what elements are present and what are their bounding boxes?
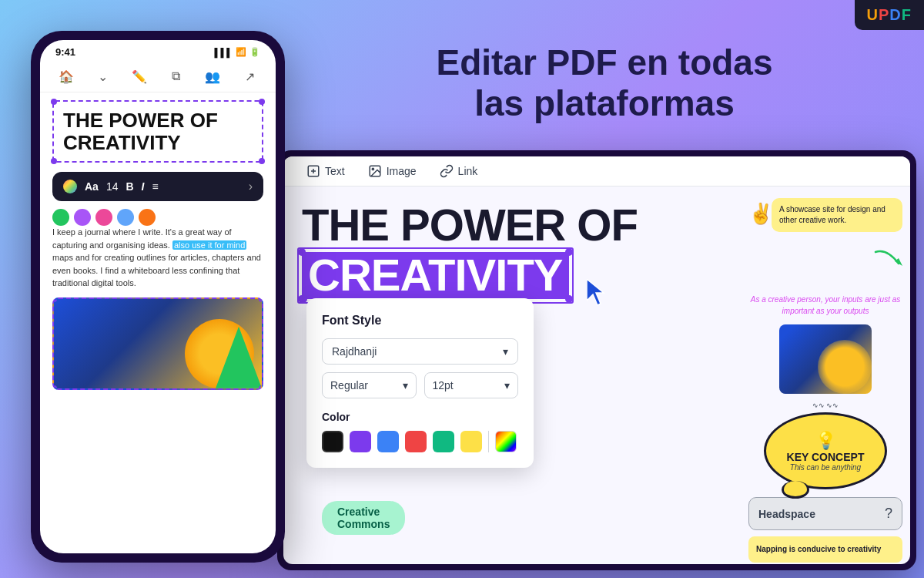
highlighted-text: also use it for mind [172,240,246,250]
font-label: Aa [85,180,99,193]
home-icon[interactable]: 🏠 [55,66,77,87]
font-name-value: Rajdhanji [332,345,377,358]
main-headline: Editar PDF en todas las plataformas [331,42,878,124]
italic-button[interactable]: I [142,180,145,193]
italic-quote: As a creative person, your inputs are ju… [748,294,902,317]
font-style-popup: Font Style Rajdhanji ▾ Regular ▾ 12pt ▾ [306,298,534,468]
tablet-mockup: Text Image Link THE POWER OF [277,150,916,570]
arrow-decoration [872,244,910,278]
swatch-black[interactable] [322,431,343,452]
battery-icon: 🔋 [249,47,260,57]
toolbar-link-label: Link [458,165,478,177]
font-style-row: Regular ▾ 12pt ▾ [322,372,518,398]
swatch-yellow[interactable] [460,431,482,452]
creativity-selection-wrapper: CREATIVITY [302,252,569,299]
phone-title-box: THE POWER OF CREATIVITY [52,100,263,163]
font-size-dropdown: ▾ [504,379,510,391]
phone-time: 9:41 [55,46,75,58]
phone-toolbar[interactable]: 🏠 ⌄ ✏️ ⧉ 👥 ↗ [40,61,276,92]
svg-marker-3 [587,279,604,305]
tablet-content: THE POWER OF CREATIVITY [283,187,910,562]
doc-title-line2: CREATIVITY [302,252,569,299]
color-pink[interactable] [95,209,112,226]
tablet-main: THE POWER OF CREATIVITY [283,187,741,562]
image-icon [368,164,382,178]
doc-title-line1: THE POWER OF [302,202,722,249]
font-name-select[interactable]: Rajdhanji ▾ [322,338,518,365]
color-purple[interactable] [74,209,91,226]
align-icon[interactable]: ≡ [152,180,159,193]
question-mark: ? [885,506,892,522]
headline-line1: Editar PDF en todas [331,42,878,83]
link-icon [440,164,454,178]
arrow-svg [872,244,910,275]
phone-heading: THE POWER OF CREATIVITY [63,109,253,153]
phone-content: THE POWER OF CREATIVITY Aa 14 B I ≡ › [40,92,276,398]
pencil-icon[interactable]: ✏️ [129,66,150,87]
showcase-note: A showcase site for design and other cre… [772,198,902,232]
creative-commons-label: Creative Commons [322,501,405,535]
font-dropdown-icon: ▾ [503,345,508,358]
font-size[interactable]: 14 [106,180,119,193]
swatch-purple[interactable] [350,431,371,452]
cursor-svg [587,279,610,307]
tablet-right-panel: ✌️ A showcase site for design and other … [741,187,910,562]
toolbar-text-label: Text [325,165,345,177]
headline-line2: las plataformas [331,83,878,124]
font-style-select[interactable]: Regular ▾ [322,372,417,398]
copy-icon[interactable]: ⧉ [166,66,187,87]
signal-icon: ▌▌▌ [215,48,233,57]
swatch-red[interactable] [405,431,427,452]
color-orange[interactable] [139,209,156,226]
font-popup-title: Font Style [322,314,518,328]
sel-dot-bm [300,295,307,303]
showcase-area: ✌️ A showcase site for design and other … [748,198,902,232]
napping-text: Napping is conducive to creativity [756,545,881,553]
sel-dot-br [565,295,573,303]
toolbar-image[interactable]: Image [368,164,417,178]
cursor-arrow [587,279,610,310]
napping-note: Napping is conducive to creativity [748,536,902,563]
img-dot-tr [259,297,263,302]
updf-logo: UPDF [855,0,924,30]
headspace-label: Headspace [758,508,815,520]
sunflower-image [779,324,872,394]
toolbar-text[interactable]: Text [306,164,345,178]
sunflower-yellow [818,340,872,394]
document-title-area: THE POWER OF CREATIVITY [302,202,722,299]
color-picker-icon[interactable] [63,180,77,193]
users-icon[interactable]: 👥 [202,66,223,87]
color-blue[interactable] [117,209,134,226]
swatch-green[interactable] [433,431,454,452]
swatch-divider [488,431,489,452]
tablet-toolbar: Text Image Link [283,156,910,187]
color-picker-wheel[interactable] [495,431,517,452]
phone-status-bar: 9:41 ▌▌▌ 📶 🔋 [40,40,276,61]
chevron-down-icon[interactable]: ⌄ [92,66,113,87]
phone-format-bar[interactable]: Aa 14 B I ≡ › [52,172,263,201]
lightbulb-icon: 💡 [815,431,836,451]
toolbar-link[interactable]: Link [440,164,478,178]
headspace-card: Headspace ? [748,497,902,530]
font-style-value: Regular [330,379,368,391]
key-concept-text: KEY CONCEPT [787,451,865,463]
sel-dot-tl [298,248,306,256]
tablet-inner: Text Image Link THE POWER OF [283,156,910,564]
color-dots-row [52,209,263,226]
font-size-select[interactable]: 12pt ▾ [424,372,519,398]
peace-icon: ✌️ [748,202,773,226]
bold-button[interactable]: B [126,180,133,193]
more-icon[interactable]: › [249,180,253,193]
phone-mockup: 9:41 ▌▌▌ 📶 🔋 🏠 ⌄ ✏️ ⧉ 👥 ↗ THE POWER OF C… [31,31,285,563]
sel-dot-tr [565,248,573,256]
img-dot-bl [52,385,57,390]
color-swatches [322,431,518,452]
font-style-dropdown: ▾ [403,379,408,391]
share-icon[interactable]: ↗ [239,66,260,87]
color-green[interactable] [52,209,69,226]
color-label: Color [322,411,518,423]
phone-image [52,297,263,390]
key-concept-area: ∿∿ ∿∿ 💡 KEY CONCEPT This can be anything [748,402,902,489]
swatch-blue[interactable] [377,431,399,452]
creativity-text: CREATIVITY [302,252,569,299]
